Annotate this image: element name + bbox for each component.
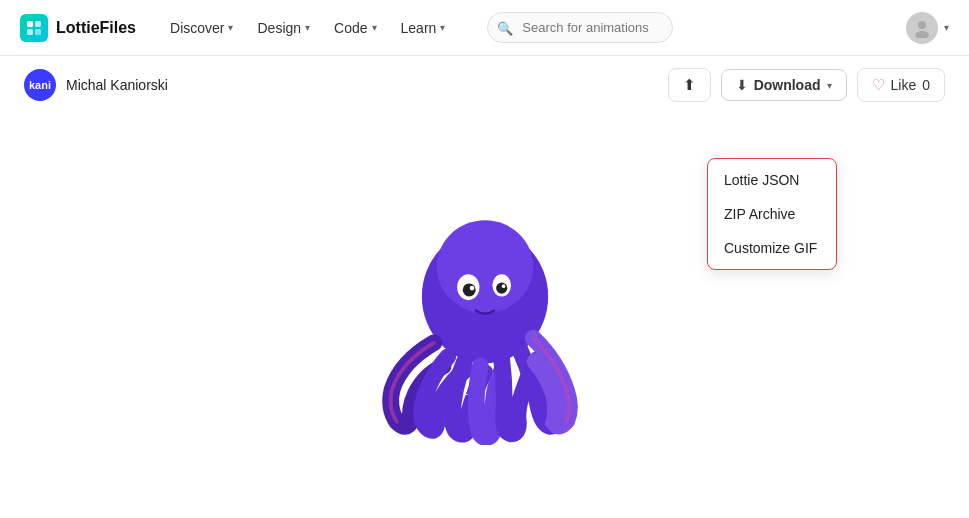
nav-items: Discover ▾ Design ▾ Code ▾ Learn ▾ (160, 14, 455, 42)
user-name: Michal Kaniorski (66, 77, 168, 93)
nav-item-discover[interactable]: Discover ▾ (160, 14, 243, 42)
download-label: Download (754, 77, 821, 93)
discover-chevron-icon: ▾ (228, 22, 233, 33)
code-chevron-icon: ▾ (372, 22, 377, 33)
svg-point-13 (501, 284, 505, 288)
design-chevron-icon: ▾ (305, 22, 310, 33)
download-dropdown: Lottie JSON ZIP Archive Customize GIF (707, 158, 837, 270)
like-button[interactable]: ♡ Like 0 (857, 68, 945, 102)
avatar (906, 12, 938, 44)
nav-item-code[interactable]: Code ▾ (324, 14, 386, 42)
nav-learn-label: Learn (401, 20, 437, 36)
svg-rect-1 (35, 21, 41, 27)
svg-rect-2 (27, 29, 33, 35)
avatar-chevron-icon: ▾ (944, 22, 949, 33)
avatar-button[interactable]: ▾ (906, 12, 949, 44)
top-bar: kani Michal Kaniorski ⬆ ⬇ Download ▾ ♡ L… (0, 56, 969, 114)
nav-discover-label: Discover (170, 20, 224, 36)
nav-item-learn[interactable]: Learn ▾ (391, 14, 456, 42)
nav-item-design[interactable]: Design ▾ (247, 14, 320, 42)
svg-point-10 (462, 283, 475, 296)
download-chevron-icon: ▾ (827, 80, 832, 91)
learn-chevron-icon: ▾ (440, 22, 445, 33)
user-avatar: kani (24, 69, 56, 101)
svg-point-8 (457, 274, 479, 300)
logo-icon (20, 14, 48, 42)
download-button[interactable]: ⬇ Download ▾ (721, 69, 847, 101)
search-bar: 🔍 (487, 12, 672, 43)
svg-point-4 (918, 21, 926, 29)
svg-rect-3 (35, 29, 41, 35)
dropdown-item-customize-gif[interactable]: Customize GIF (708, 231, 836, 265)
heart-icon: ♡ (872, 76, 885, 94)
nav-code-label: Code (334, 20, 367, 36)
octopus-animation (355, 185, 615, 445)
content-area: kani Michal Kaniorski ⬆ ⬇ Download ▾ ♡ L… (0, 56, 969, 518)
like-label: Like (891, 77, 917, 93)
nav-design-label: Design (257, 20, 301, 36)
user-info: kani Michal Kaniorski (24, 69, 168, 101)
logo[interactable]: LottieFiles (20, 14, 136, 42)
action-buttons: ⬆ ⬇ Download ▾ ♡ Like 0 (668, 68, 945, 102)
dropdown-item-zip-archive[interactable]: ZIP Archive (708, 197, 836, 231)
svg-point-9 (492, 274, 511, 296)
search-input[interactable] (487, 12, 672, 43)
share-button[interactable]: ⬆ (668, 68, 711, 102)
svg-point-7 (436, 220, 533, 313)
svg-point-11 (496, 283, 507, 294)
svg-rect-0 (27, 21, 33, 27)
navbar: LottieFiles Discover ▾ Design ▾ Code ▾ L… (0, 0, 969, 56)
share-icon: ⬆ (683, 76, 696, 94)
search-icon: 🔍 (497, 20, 513, 35)
like-count: 0 (922, 77, 930, 93)
brand-name: LottieFiles (56, 19, 136, 37)
svg-point-12 (469, 286, 474, 291)
svg-point-6 (421, 230, 547, 364)
dropdown-item-lottie-json[interactable]: Lottie JSON (708, 163, 836, 197)
download-icon: ⬇ (736, 77, 748, 93)
svg-point-5 (915, 31, 929, 38)
